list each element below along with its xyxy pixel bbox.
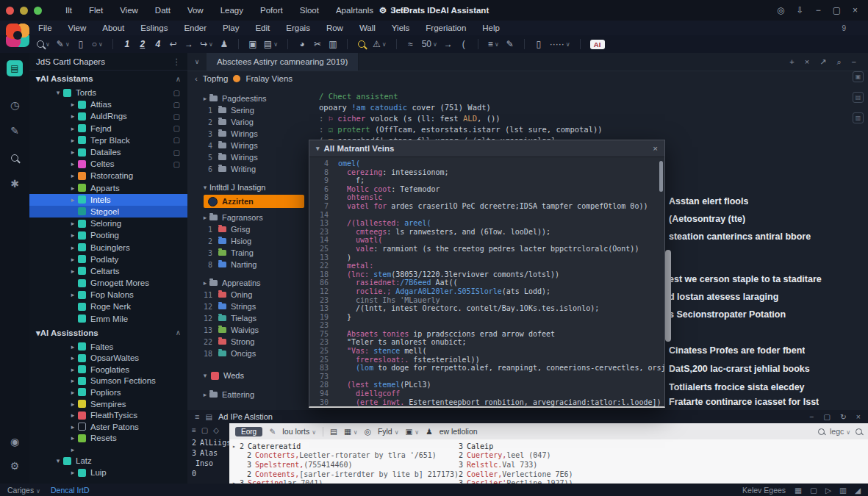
account-icon[interactable]: ◎ — [777, 5, 784, 15]
titlebar-menu-vow[interactable]: Vow — [187, 6, 204, 15]
structure-narting[interactable]: 8Narting — [187, 259, 309, 270]
maximize-traffic-light[interactable] — [34, 7, 42, 15]
search-scope[interactable]: legc ∨ — [830, 427, 850, 436]
sidebar-item-auldrngs[interactable]: ▸AuldRngs▢ — [29, 110, 187, 122]
zero-state-icon[interactable]: ◎ — [365, 427, 371, 436]
user-session-icon[interactable]: ♟ — [426, 427, 432, 436]
sidebar-item-seloring[interactable]: ▸Seloring — [29, 218, 187, 229]
more-dots-icon-chevron-icon[interactable]: ∨ — [566, 41, 570, 48]
bookmark-icon[interactable]: ▢ — [201, 426, 208, 434]
titlebar-menu-leagy[interactable]: Leagy — [220, 6, 243, 15]
edit-pen-icon-chevron-icon[interactable]: ∨ — [65, 41, 70, 48]
popout-icon[interactable]: ↗ — [819, 57, 826, 67]
paren-icon[interactable]: ( — [459, 39, 468, 49]
sidebar-item-popliors[interactable]: ▸Popliors — [29, 387, 187, 398]
menu-about[interactable]: About — [102, 24, 124, 32]
book-icon[interactable]: ▤∨ — [264, 39, 278, 49]
console-row-4[interactable]: 2Conteents, [sarler-irterdter by lite b]… — [232, 470, 459, 479]
structure-oning[interactable]: 11Oning — [187, 289, 309, 301]
cut-icon[interactable]: ✂ — [313, 39, 322, 49]
new-doc-icon[interactable]: ▯ — [76, 39, 85, 49]
sidebar-item-datailes[interactable]: ▸Datailes▢ — [29, 146, 187, 158]
sidebar-section-0[interactable]: ▾ AI Assistams∧ — [29, 71, 187, 87]
sidebar-item-latz[interactable]: ▾Latz — [29, 456, 187, 467]
sidebar-item-sumson-fections[interactable]: ▸Sumson Fections — [29, 375, 187, 387]
grid-icon[interactable]: ▦ — [795, 486, 802, 495]
problems-icon[interactable]: ◉ — [7, 434, 23, 450]
menu-file[interactable]: File — [38, 24, 52, 32]
restore-icon[interactable]: ▢ — [823, 412, 831, 421]
menu-yiels[interactable]: Yiels — [392, 24, 410, 32]
warning-icon[interactable]: ⚠∨ — [373, 39, 387, 49]
menu-view[interactable]: View — [68, 24, 87, 32]
structure-intltdl-j-inastign[interactable]: ▾Intltdl J Inastign — [187, 181, 309, 193]
sidebar-item-tepr-black[interactable]: ▸Tepr Black▢ — [29, 134, 187, 146]
find-tab-icon[interactable]: ⌕ — [836, 57, 841, 67]
step-2-icon[interactable]: 2 — [138, 39, 147, 49]
console-output[interactable]: ▸2Caterereatid2Concterts, Leetler-rtorat… — [229, 439, 868, 484]
build-icon[interactable]: ▤ — [853, 92, 864, 103]
popup-close-icon[interactable]: × — [653, 144, 658, 153]
popup-code[interactable]: 4omel(8 cerezing: inteessionom;9 f;6 Mol… — [309, 157, 664, 406]
structure-tielags[interactable]: 12Tielags — [187, 312, 309, 324]
structure-pagdeestins[interactable]: ▸Pagdeestins — [187, 93, 309, 104]
warning-icon-chevron-icon[interactable]: ∨ — [382, 41, 387, 48]
console-search-icon[interactable] — [818, 428, 825, 435]
search-icon[interactable] — [7, 150, 23, 166]
item-card-icon[interactable]: ▢ — [173, 124, 180, 132]
assistant-icon[interactable]: ▤ — [7, 60, 23, 76]
menu-row[interactable]: Row — [326, 24, 343, 32]
console-row-4[interactable]: 2Coeller, Verlectione 7E6) — [444, 470, 573, 479]
item-card-icon[interactable]: ▢ — [173, 89, 180, 97]
duplicate-icon[interactable]: ▣ — [248, 39, 257, 49]
zoom-level-chevron-icon[interactable]: ∨ — [433, 41, 437, 48]
breadcrumb-item-1[interactable]: Topfng — [203, 74, 229, 83]
sidebar-item-blank[interactable]: ▸ — [29, 444, 187, 456]
console-row-1[interactable]: 3Caleip — [444, 442, 573, 451]
menu-icon[interactable]: ≡ — [192, 426, 196, 434]
hide-icon[interactable]: − — [852, 57, 856, 67]
undo-icon[interactable]: ↩ — [169, 39, 178, 49]
resize-grip-icon[interactable]: ◢ — [855, 486, 861, 495]
ai-badge[interactable]: AI — [590, 40, 605, 49]
panel-layout-icon[interactable]: ▤ — [330, 427, 337, 436]
sidebar-options-icon[interactable]: ⋮ — [173, 57, 182, 67]
sidebar-item-pooting[interactable]: ▸Pooting — [29, 229, 187, 241]
sidebar-item-aster-patons[interactable]: ▸Aster Patons — [29, 421, 187, 433]
menu-play[interactable]: Play — [223, 24, 239, 32]
titlebar-menu-ilt[interactable]: Ilt — [65, 6, 72, 15]
refresh-icon[interactable]: ↻ — [840, 412, 847, 421]
sidebar-item-emm-mile[interactable]: Emm Mile — [29, 313, 187, 325]
pin-icon[interactable]: ◇ — [213, 426, 219, 434]
plugins-icon[interactable]: ✱ — [7, 176, 23, 192]
user-icon[interactable]: ♟ — [220, 39, 229, 49]
sidebar-section-1[interactable]: ▾ AI Assisstions∧ — [29, 325, 187, 341]
structure-appreatins[interactable]: ▸Appreatins — [187, 277, 309, 289]
device-icon[interactable]: ▯ — [534, 39, 543, 49]
menu-frgeriation[interactable]: Frgeriation — [426, 24, 466, 32]
annotate-pen-icon[interactable]: ✎ — [506, 39, 514, 49]
item-card-icon[interactable]: ▢ — [173, 136, 180, 144]
maximize-icon[interactable]: ▢ — [833, 5, 841, 15]
item-card-icon[interactable]: ▢ — [173, 101, 180, 109]
settings-icon[interactable]: ⚙ — [7, 458, 23, 474]
add-tab-icon[interactable]: + — [789, 57, 794, 67]
minimize-icon[interactable]: − — [809, 412, 814, 421]
run-icon[interactable]: ▷ — [825, 486, 831, 495]
close-tab-icon[interactable]: × — [805, 57, 809, 67]
list-icon[interactable]: ≡∨ — [488, 39, 499, 49]
minimize-traffic-light[interactable] — [20, 7, 28, 15]
structure-hsiog[interactable]: 2Hsiog — [187, 235, 309, 247]
titlebar-menu-flet[interactable]: Flet — [89, 6, 103, 15]
console-row-5[interactable]: 3Casrlier' Pectline 1927)) — [444, 478, 573, 484]
console-row-2[interactable]: 2Cuertery, leel (047) — [444, 451, 573, 461]
structure-sering[interactable]: 1Sering — [187, 104, 309, 116]
structure-eattering[interactable]: ▸Eattering — [187, 389, 309, 400]
list-icon-chevron-icon[interactable]: ∨ — [495, 41, 499, 48]
close-icon[interactable]: × — [856, 412, 861, 421]
structure-writing[interactable]: 6Writing — [187, 163, 309, 175]
branch-link[interactable]: Dencal IrtD — [51, 486, 90, 495]
item-card-icon[interactable]: ▢ — [173, 148, 180, 157]
notifications-icon[interactable]: ▣ — [853, 71, 864, 82]
todo-icon[interactable]: ▥ — [853, 112, 864, 123]
